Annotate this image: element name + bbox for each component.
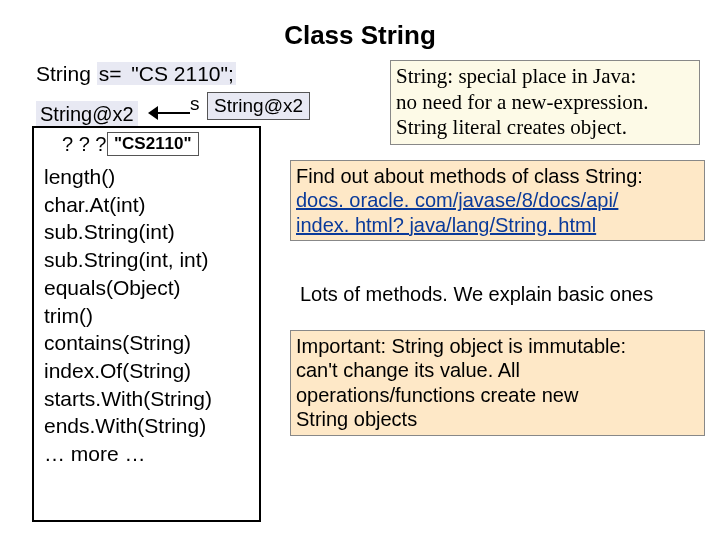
- info-box-special: String: special place in Java: no need f…: [390, 60, 700, 145]
- docs-link-2[interactable]: index. html? java/lang/String. html: [296, 214, 596, 236]
- method-item: … more …: [44, 440, 212, 468]
- info-line: String: special place in Java:: [396, 64, 694, 90]
- info-line: String literal creates object.: [396, 115, 694, 141]
- info-line: String objects: [296, 407, 699, 431]
- info-line: operations/functions create new: [296, 383, 699, 407]
- pointer-arrow: [150, 103, 190, 123]
- info-line: Find out about methods of class String:: [296, 164, 699, 188]
- declaration-line: String s= "CS 2110";: [36, 62, 236, 86]
- method-item: trim(): [44, 302, 212, 330]
- slide-title: Class String: [0, 0, 720, 51]
- method-item: char.At(int): [44, 191, 212, 219]
- info-line: no need for a new-expression.: [396, 90, 694, 116]
- method-item: length(): [44, 163, 212, 191]
- method-item: contains(String): [44, 329, 212, 357]
- info-line: Important: String object is immutable:: [296, 334, 699, 358]
- method-list: length() char.At(int) sub.String(int) su…: [44, 163, 212, 468]
- field-question: ? ? ?: [62, 133, 106, 156]
- decl-literal: "CS 2110";: [129, 62, 235, 85]
- info-line: can't change its value. All: [296, 358, 699, 382]
- var-s-label: s: [190, 93, 200, 115]
- method-item: equals(Object): [44, 274, 212, 302]
- method-item: ends.With(String): [44, 412, 212, 440]
- docs-link-1[interactable]: docs. oracle. com/javase/8/docs/api/: [296, 189, 618, 211]
- method-item: index.Of(String): [44, 357, 212, 385]
- field-value-box: "CS2110": [107, 132, 199, 156]
- method-item: sub.String(int, int): [44, 246, 212, 274]
- info-box-docs: Find out about methods of class String: …: [290, 160, 705, 241]
- method-item: sub.String(int): [44, 218, 212, 246]
- info-text-lots: Lots of methods. We explain basic ones: [300, 283, 710, 306]
- info-box-immutable: Important: String object is immutable: c…: [290, 330, 705, 436]
- object-label-top: String@x2: [36, 101, 138, 128]
- var-s-box: String@x2: [207, 92, 310, 120]
- decl-var: s=: [97, 62, 130, 85]
- method-item: starts.With(String): [44, 385, 212, 413]
- decl-prefix: String: [36, 62, 97, 85]
